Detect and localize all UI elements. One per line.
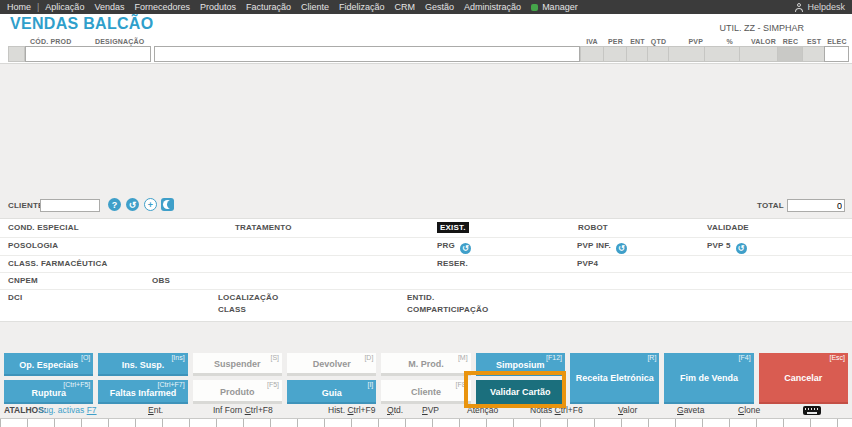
receita-eletronica-button[interactable]: [R] Receita Eletrónica [570,353,659,404]
col-est: EST [803,38,825,45]
localizacao-label: LOCALIZAÇÃO [218,293,278,302]
cond-especial-label: COND. ESPECIAL [8,223,79,232]
menu-fidelizacao[interactable]: Fidelização [339,2,385,12]
menu-facturacao[interactable]: Facturação [246,2,291,12]
shortcut-key: [I] [367,381,373,388]
shortcut-valor: Valor [618,405,637,415]
action-buttons: [O] Op. Especiais [Ins] Ins. Susp. [S] S… [4,353,848,404]
comparticipacao-label: COMPARTICIPAÇÃO [407,305,488,314]
history-icon[interactable]: ↺ [460,243,471,254]
person-icon [794,3,803,12]
top-panel: VENDAS BALCÃO UTIL. ZZ - SIMPHAR CÓD. PR… [0,14,852,64]
history-icon[interactable]: ↺ [736,243,747,254]
crescent-icon[interactable] [161,198,174,211]
menu-produtos[interactable]: Produtos [200,2,236,12]
faltas-infarmed-button[interactable]: [Ctrl+F7] Faltas Infarmed [98,380,187,404]
dci-label: DCI [8,293,22,302]
total-input [787,199,845,212]
shortcut-inf-forn: Inf Forn Ctrl+F8 [213,405,273,415]
shortcut-key: [Ctrl+F5] [63,381,90,388]
ins-susp-button[interactable]: [Ins] Ins. Susp. [98,353,187,376]
help-icon[interactable]: ? [108,198,121,211]
cell-desc [704,46,740,62]
current-user: UTIL. ZZ - SIMPHAR [719,23,804,33]
produto-button[interactable]: [F5] Produto [193,380,282,404]
cliente-row: CLIENTE ? ↺ + TOTAL [0,196,852,216]
row-selector-cell[interactable] [8,46,25,62]
shortcut-key: [F12] [546,354,562,361]
col-iva: IVA [580,38,604,45]
suspender-button[interactable]: [S] Suspender [193,353,282,376]
manager-status-icon [531,4,538,11]
menu-aplicacao[interactable]: Aplicação [45,2,84,12]
prg-label: PRG↺ [437,241,471,254]
m-prod-button[interactable]: [M] M. Prod. [381,353,470,376]
page-title: VENDAS BALCÃO [10,15,153,33]
menu-vendas[interactable]: Vendas [94,2,124,12]
cancelar-button[interactable]: [Esc] Cancelar [759,353,848,404]
button-label: Faltas Infarmed [110,388,177,398]
simposium-button[interactable]: [F12] Simposium [476,353,565,376]
shortcut-ent: Ent. [148,405,163,415]
menu-administracao[interactable]: Administração [464,2,521,12]
entid-label: ENTID. [407,293,434,302]
validar-cartao-button[interactable]: Validar Cartão [476,380,565,404]
shortcut-key: [Ins] [171,354,184,361]
button-label: Cancelar [784,373,822,383]
menu-separator: | [37,2,39,12]
cell-ent [626,46,648,62]
button-label: Suspender [214,359,261,369]
cliente-button[interactable]: [F8] Cliente [381,380,470,404]
row-separator [0,237,852,238]
posologia-label: POSOLOGIA [8,241,58,250]
cell-est [802,46,825,62]
row-separator [0,255,852,256]
cell-elec[interactable] [824,46,849,62]
cell-qtd [647,46,669,62]
devolver-button[interactable]: [D] Devolver [287,353,376,376]
button-label: Op. Especiais [19,360,78,370]
shortcut-key: [O] [81,354,90,361]
menu-gestao[interactable]: Gestão [425,2,454,12]
menu-manager[interactable]: Manager [531,2,578,12]
class-label: CLASS [218,305,246,314]
tratamento-label: TRATAMENTO [235,223,292,232]
col-valor: VALOR [740,38,776,45]
col-rec: REC [778,38,803,45]
pvp5-text: PVP 5 [707,241,731,250]
button-label: Simposium [496,360,545,370]
sug-activas-link[interactable]: Sug. activas F7 [38,405,97,415]
add-client-icon[interactable]: + [144,198,157,211]
menu-home[interactable]: Home [7,2,31,12]
history-icon[interactable]: ↺ [126,198,139,211]
menu-crm[interactable]: CRM [395,2,416,12]
menu-fornecedores[interactable]: Fornecedores [134,2,190,12]
ruptura-button[interactable]: [Ctrl+F5] Ruptura [4,380,93,404]
shortcut-key: [M] [458,354,468,361]
shortcut-key: [D] [364,354,373,361]
col-ent: ENT [627,38,648,45]
cliente-input[interactable] [40,199,100,212]
button-label: Produto [220,387,255,397]
shortcut-gaveta: Gaveta [677,405,704,415]
designacao-input[interactable] [154,46,580,62]
total-label: TOTAL [757,201,784,210]
shortcut-key: [F5] [267,381,279,388]
keyboard-icon[interactable] [803,406,821,415]
op-especiais-button[interactable]: [O] Op. Especiais [4,353,93,376]
sug-text: Sug. activas [38,405,87,415]
col-pvp: PVP [669,38,703,45]
col-designacao: DESIGNAÇÃO [95,38,144,45]
button-label: Devolver [313,359,351,369]
shortcut-key: [F4] [739,354,751,361]
prg-text: PRG [437,241,455,250]
menu-helpdesk[interactable]: Helpdesk [794,2,845,12]
shortcut-key: [R] [647,354,656,361]
guia-button[interactable]: [I] Guia [287,380,376,404]
history-icon[interactable]: ↺ [616,243,627,254]
cod-prod-input[interactable] [25,46,151,62]
fim-de-venda-button[interactable]: [F4] Fim de Venda [664,353,753,404]
button-label: Receita Eletrónica [576,373,654,383]
menu-cliente[interactable]: Cliente [301,2,329,12]
cell-valor [739,46,778,62]
